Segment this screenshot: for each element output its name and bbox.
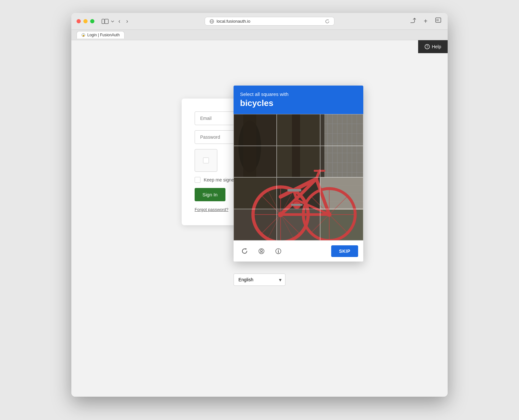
svg-point-72 (260, 250, 262, 251)
language-selector-container: English Spanish French German Japanese (234, 274, 285, 286)
svg-rect-6 (436, 19, 439, 21)
captcha-cell-0[interactable] (234, 114, 277, 146)
captcha-cell-10[interactable] (277, 209, 320, 241)
svg-text:🔒: 🔒 (82, 34, 85, 37)
active-tab[interactable]: 🔒 Login | FusionAuth (77, 31, 125, 39)
share-button[interactable] (409, 16, 417, 26)
svg-rect-0 (102, 19, 104, 24)
captcha-refresh-button[interactable] (239, 245, 250, 257)
captcha-image-grid (234, 114, 363, 240)
language-wrapper: English Spanish French German Japanese (234, 274, 285, 286)
captcha-cell-4[interactable] (277, 146, 320, 178)
browser-controls: ‹ › (102, 17, 130, 26)
captcha-cell-1[interactable] (277, 114, 320, 146)
help-label: Help (432, 44, 441, 49)
globe-icon (210, 19, 214, 24)
page-content: ? Help Keep me signed in Sign In Forgot … (71, 40, 448, 397)
traffic-lights (77, 19, 94, 23)
captcha-header: Select all squares with bicycles (234, 86, 363, 114)
captcha-instruction: Select all squares with (240, 91, 357, 97)
address-bar-container: local.fusionauth.io (134, 17, 405, 26)
captcha-grid-cells (234, 114, 363, 240)
keep-signed-in-checkbox[interactable] (195, 177, 200, 183)
captcha-cell-7[interactable] (277, 177, 320, 209)
info-icon (275, 248, 282, 254)
captcha-checkbox-area[interactable] (195, 149, 217, 172)
audio-icon (258, 248, 265, 254)
sidebar-toggle-icon[interactable] (102, 18, 109, 24)
address-bar[interactable]: local.fusionauth.io (205, 17, 334, 26)
tabs-button[interactable] (434, 16, 442, 26)
svg-point-75 (278, 250, 279, 250)
language-select[interactable]: English Spanish French German Japanese (234, 274, 285, 286)
maximize-button[interactable] (90, 19, 94, 23)
captcha-subject: bicycles (240, 98, 357, 108)
captcha-cell-3[interactable] (234, 146, 277, 178)
new-tab-button[interactable]: + (422, 16, 429, 26)
submit-button[interactable]: Sign In (195, 188, 225, 201)
tab-bar: 🔒 Login | FusionAuth (71, 30, 448, 40)
captcha-cell-5[interactable] (320, 146, 363, 178)
minimize-button[interactable] (83, 19, 88, 23)
refresh-icon (241, 248, 248, 254)
tab-icon: 🔒 (81, 33, 85, 37)
help-button[interactable]: ? Help (418, 40, 448, 53)
browser-actions: + (409, 16, 442, 26)
tab-title: Login | FusionAuth (87, 33, 120, 37)
captcha-cell-6[interactable] (234, 177, 277, 209)
captcha-cell-2[interactable] (320, 114, 363, 146)
back-button[interactable]: ‹ (116, 17, 122, 26)
url-text: local.fusionauth.io (217, 19, 250, 24)
svg-rect-1 (105, 19, 108, 24)
captcha-skip-button[interactable]: SKIP (331, 245, 358, 257)
captcha-cell-11[interactable] (320, 209, 363, 241)
reload-icon[interactable] (325, 19, 330, 24)
help-circle-icon: ? (425, 44, 430, 49)
svg-text:?: ? (426, 45, 428, 49)
forgot-password-link[interactable]: Forgot password? (195, 207, 228, 212)
captcha-info-button[interactable] (272, 245, 284, 257)
captcha-footer: SKIP (234, 240, 363, 262)
captcha-checkbox[interactable] (203, 158, 209, 163)
forward-button[interactable]: › (124, 17, 130, 26)
captcha-cell-8[interactable] (320, 177, 363, 209)
browser-titlebar: ‹ › local.fusionauth.io + (71, 13, 448, 30)
close-button[interactable] (77, 19, 81, 23)
chevron-down-icon (111, 19, 115, 23)
captcha-overlay: Select all squares with bicycles (234, 86, 363, 262)
captcha-cell-9[interactable] (234, 209, 277, 241)
captcha-audio-button[interactable] (256, 245, 267, 257)
browser-window: ‹ › local.fusionauth.io + (71, 13, 448, 397)
